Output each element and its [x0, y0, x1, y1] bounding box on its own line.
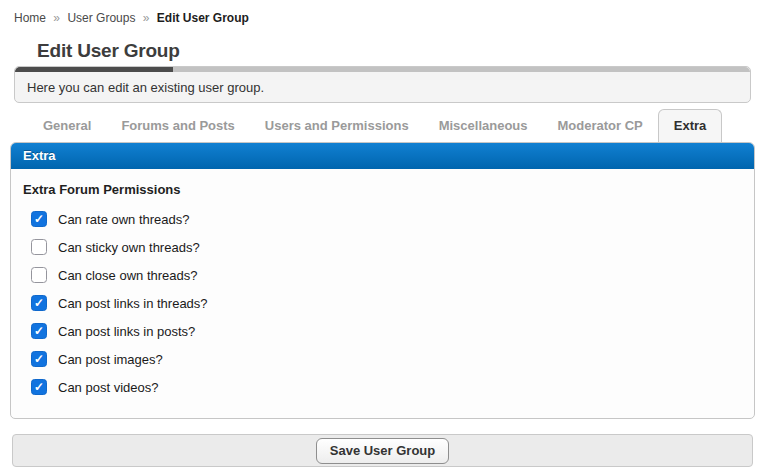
permission-label: Can sticky own threads?: [58, 240, 200, 255]
breadcrumb: Home » User Groups » Edit User Group: [0, 0, 765, 25]
check-icon: ✓: [34, 381, 44, 393]
breadcrumb-user-groups[interactable]: User Groups: [67, 11, 135, 25]
title-underline-dark-segment: [15, 67, 173, 72]
permission-row: Can sticky own threads?: [23, 233, 742, 261]
tab-bar: General Forums and Posts Users and Permi…: [10, 111, 755, 142]
breadcrumb-home[interactable]: Home: [14, 11, 46, 25]
permission-checkbox[interactable]: ✓: [31, 295, 47, 311]
extra-panel: Extra Extra Forum Permissions ✓ Can rate…: [10, 142, 755, 419]
permission-label: Can post images?: [58, 352, 163, 367]
save-user-group-button[interactable]: Save User Group: [316, 438, 450, 464]
page-title: Edit User Group: [37, 40, 751, 62]
section-title: Extra Forum Permissions: [23, 182, 742, 197]
permission-row: ✓ Can post links in threads?: [23, 289, 742, 317]
breadcrumb-separator: »: [143, 11, 150, 25]
tab-general[interactable]: General: [28, 110, 106, 142]
permission-label: Can rate own threads?: [58, 212, 190, 227]
permission-row: Can close own threads?: [23, 261, 742, 289]
tab-forums-and-posts[interactable]: Forums and Posts: [106, 110, 249, 142]
breadcrumb-current: Edit User Group: [157, 11, 249, 25]
permission-row: ✓ Can post videos?: [23, 373, 742, 401]
permission-label: Can post videos?: [58, 380, 158, 395]
permission-row: ✓ Can rate own threads?: [23, 205, 742, 233]
permissions-list: ✓ Can rate own threads? Can sticky own t…: [23, 205, 742, 401]
check-icon: ✓: [34, 325, 44, 337]
permission-row: ✓ Can post images?: [23, 345, 742, 373]
check-icon: ✓: [34, 297, 44, 309]
check-icon: ✓: [34, 213, 44, 225]
page-description-box: Here you can edit an existing user group…: [14, 66, 751, 103]
permission-checkbox[interactable]: ✓: [31, 323, 47, 339]
tab-extra[interactable]: Extra: [658, 109, 723, 142]
tab-miscellaneous[interactable]: Miscellaneous: [424, 110, 543, 142]
permission-label: Can close own threads?: [58, 268, 197, 283]
panel-header: Extra: [11, 143, 754, 169]
panel-body: Extra Forum Permissions ✓ Can rate own t…: [11, 169, 754, 418]
permission-checkbox[interactable]: ✓: [31, 379, 47, 395]
save-bar: Save User Group: [12, 434, 753, 467]
breadcrumb-separator: »: [53, 11, 60, 25]
permission-label: Can post links in threads?: [58, 296, 208, 311]
permission-row: ✓ Can post links in posts?: [23, 317, 742, 345]
permission-label: Can post links in posts?: [58, 324, 195, 339]
permission-checkbox[interactable]: [31, 239, 47, 255]
title-underline-rule: [15, 67, 750, 72]
tab-moderator-cp[interactable]: Moderator CP: [543, 110, 658, 142]
check-icon: ✓: [34, 353, 44, 365]
permission-checkbox[interactable]: ✓: [31, 211, 47, 227]
tab-users-and-permissions[interactable]: Users and Permissions: [250, 110, 424, 142]
permission-checkbox[interactable]: ✓: [31, 351, 47, 367]
permission-checkbox[interactable]: [31, 267, 47, 283]
